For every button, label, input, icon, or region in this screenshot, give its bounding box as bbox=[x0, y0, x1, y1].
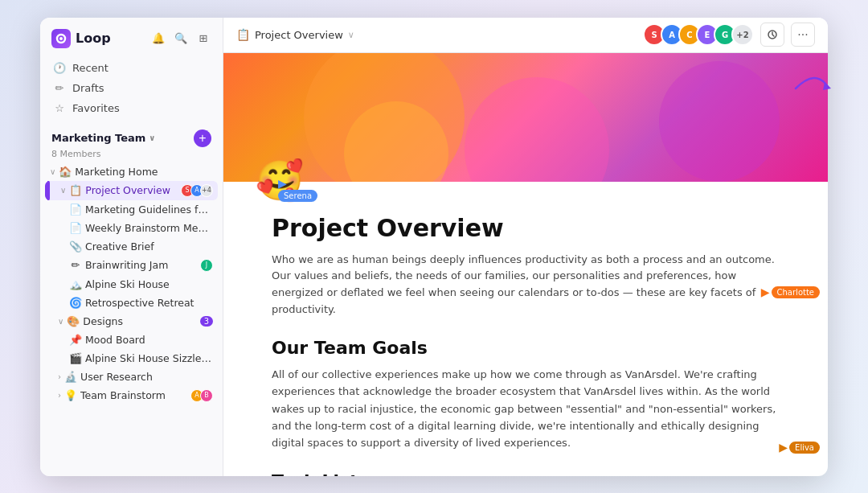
home-icon: 🏠 bbox=[59, 166, 72, 178]
chevron-icon: › bbox=[58, 391, 61, 400]
tree-label: Alpine Ski House bbox=[85, 278, 213, 290]
sidebar-item-weekly-brainstorm[interactable]: 📄 Weekly Brainstorm Meeting bbox=[45, 219, 218, 237]
doc-icon: 📄 bbox=[69, 203, 82, 216]
chevron-icon: ∨ bbox=[58, 317, 63, 326]
tree-label: Weekly Brainstorm Meeting bbox=[85, 222, 213, 234]
sidebar-item-designs[interactable]: ∨ 🎨 Designs 3 bbox=[45, 312, 218, 331]
sidebar-item-alpine-sizzle[interactable]: 🎬 Alpine Ski House Sizzle Re... bbox=[45, 349, 218, 368]
sidebar-item-creative-brief[interactable]: 📎 Creative Brief bbox=[45, 237, 218, 256]
avatar-overflow: +2 bbox=[731, 23, 754, 46]
sidebar-header: Loop 🔔 🔍 ⊞ bbox=[40, 18, 223, 55]
sidebar-item-marketing-home[interactable]: ∨ 🏠 Marketing Home bbox=[45, 162, 218, 181]
chevron-icon: ∨ bbox=[60, 186, 66, 195]
hero-banner bbox=[223, 53, 828, 182]
intro-paragraph: Who we are as human beings deeply influe… bbox=[272, 252, 786, 318]
sidebar-item-alpine-ski[interactable]: 🏔️ Alpine Ski House bbox=[45, 275, 218, 294]
page-icon: 📋 bbox=[236, 28, 250, 41]
page-body-content: Project Overview Who we are as human bei… bbox=[223, 182, 826, 476]
nav-drafts[interactable]: ✏️ Drafts bbox=[47, 78, 216, 98]
loop-logo-icon bbox=[51, 29, 71, 48]
nav-recent-label: Recent bbox=[72, 62, 108, 74]
tree-label: Designs bbox=[83, 315, 196, 327]
favorites-icon: ☆ bbox=[53, 102, 66, 114]
svg-point-2 bbox=[59, 37, 63, 40]
tree-label: Project Overview bbox=[85, 184, 181, 196]
more-options-button[interactable]: ··· bbox=[791, 23, 815, 47]
team-members-count: 8 Members bbox=[51, 149, 211, 159]
hero-blob3 bbox=[465, 77, 609, 182]
tree-label: User Research bbox=[80, 371, 213, 383]
layout-icon[interactable]: ⊞ bbox=[195, 31, 211, 47]
team-chevron: ∨ bbox=[149, 134, 155, 142]
page-title: Project Overview bbox=[272, 214, 786, 242]
breadcrumb-chevron: ∨ bbox=[348, 30, 354, 40]
tree-label: Team Brainstorm bbox=[80, 389, 190, 401]
sidebar-item-team-brainstorm[interactable]: › 💡 Team Brainstorm A B bbox=[45, 386, 218, 405]
brainstorm-icon: 💡 bbox=[64, 389, 77, 401]
sidebar-nav: 🕐 Recent ✏️ Drafts ☆ Favorites bbox=[40, 55, 223, 121]
avatar-jam: J bbox=[200, 259, 213, 272]
team-goals-body: All of our collective experiences make u… bbox=[272, 366, 786, 452]
active-bar bbox=[47, 181, 50, 200]
topbar-right: S A C E G +2 ··· bbox=[643, 23, 815, 47]
design-icon: 🎨 bbox=[67, 315, 80, 327]
logo-area: Loop bbox=[51, 29, 111, 48]
pen-icon: ✏️ bbox=[69, 259, 82, 271]
sidebar-item-mood-board[interactable]: 📌 Mood Board bbox=[45, 331, 218, 349]
tree-label: Creative Brief bbox=[85, 240, 213, 253]
jam-avatars: J bbox=[203, 259, 213, 272]
team-name[interactable]: Marketing Team ∨ bbox=[51, 132, 155, 144]
search-icon[interactable]: 🔍 bbox=[173, 31, 189, 47]
main-content: 📋 Project Overview ∨ S A C E G +2 bbox=[223, 18, 828, 476]
drafts-icon: ✏️ bbox=[53, 82, 66, 94]
avatar-b: B bbox=[200, 389, 213, 402]
sidebar-item-retrospective[interactable]: 🌀 Retrospective Retreat bbox=[45, 294, 218, 312]
mood-icon: 📌 bbox=[69, 334, 82, 346]
sidebar-item-user-research[interactable]: › 🔬 User Research bbox=[45, 368, 218, 386]
share-button[interactable] bbox=[760, 23, 784, 47]
cursor-label-charlotte: Charlotte bbox=[772, 286, 820, 298]
brief-icon: 📎 bbox=[69, 240, 82, 253]
tree-label: Marketing Home bbox=[75, 166, 213, 178]
cursor-arrow-charlotte: ▶ bbox=[761, 286, 770, 298]
tree-label: Alpine Ski House Sizzle Re... bbox=[85, 352, 213, 364]
nav-favorites-label: Favorites bbox=[72, 102, 120, 114]
content-scroll[interactable]: 🥰 ▶ Serena ▶ Charlotte Project Overview … bbox=[223, 53, 828, 476]
sidebar-item-brainwriting-jam[interactable]: ✏️ Brainwriting Jam J bbox=[45, 256, 218, 275]
cursor-charlotte: ▶ Charlotte bbox=[761, 286, 820, 298]
nav-drafts-label: Drafts bbox=[72, 82, 104, 94]
tree-label: Marketing Guidelines for V... bbox=[85, 203, 213, 216]
header-icons: 🔔 🔍 ⊞ bbox=[150, 31, 211, 47]
sidebar: Loop 🔔 🔍 ⊞ 🕐 Recent ✏️ Drafts bbox=[40, 18, 223, 476]
tree-label: Brainwriting Jam bbox=[85, 259, 200, 271]
bell-icon[interactable]: 🔔 bbox=[150, 31, 166, 47]
brainstorm-avatars: A B bbox=[194, 389, 213, 402]
research-icon: 🔬 bbox=[64, 371, 77, 383]
cursor-eliva: ▶ Eliva bbox=[779, 442, 820, 454]
project-avatars: S A +4 bbox=[184, 184, 213, 197]
team-goals-title: Our Team Goals bbox=[272, 338, 786, 358]
project-icon: 📋 bbox=[69, 184, 82, 196]
cursor-label-eliva: Eliva bbox=[789, 442, 820, 454]
nav-recent[interactable]: 🕐 Recent bbox=[47, 58, 216, 78]
main-topbar: 📋 Project Overview ∨ S A C E G +2 bbox=[223, 18, 828, 53]
sidebar-tree: ∨ 🏠 Marketing Home ∨ 📋 Project Overview … bbox=[40, 162, 223, 476]
task-list-title: Task List bbox=[272, 471, 786, 476]
team-header: Marketing Team ∨ + bbox=[51, 129, 211, 147]
recent-icon: 🕐 bbox=[53, 62, 66, 74]
avatar-more: +4 bbox=[200, 184, 213, 197]
add-page-button[interactable]: + bbox=[194, 129, 211, 147]
breadcrumb: 📋 Project Overview ∨ bbox=[236, 28, 354, 41]
retro-icon: 🌀 bbox=[69, 297, 82, 309]
chevron-icon: ∨ bbox=[50, 167, 55, 176]
nav-favorites[interactable]: ☆ Favorites bbox=[47, 98, 216, 118]
sidebar-item-marketing-guidelines[interactable]: 📄 Marketing Guidelines for V... bbox=[45, 200, 218, 219]
app-name: Loop bbox=[76, 31, 111, 46]
cursor-label-serena: Serena bbox=[278, 190, 317, 202]
hero-blob2 bbox=[659, 61, 780, 182]
chevron-icon: › bbox=[58, 372, 61, 381]
cursor-arrow-serena: ▶ bbox=[278, 178, 287, 189]
cursor-serena: ▶ Serena bbox=[278, 178, 317, 202]
doc-icon: 📄 bbox=[69, 222, 82, 234]
sidebar-item-project-overview[interactable]: ∨ 📋 Project Overview S A +4 bbox=[45, 181, 218, 200]
